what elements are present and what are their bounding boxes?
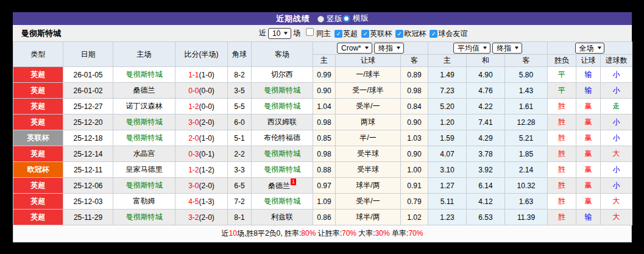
cell-ah-line: 受半球 bbox=[336, 162, 401, 178]
filter-label: 英联杯 bbox=[370, 29, 392, 38]
sub-ah-line: 让球 bbox=[336, 55, 401, 67]
filter-checkbox-球会友谊[interactable]: ✓ bbox=[430, 30, 437, 38]
filter-label: 球会友谊 bbox=[438, 29, 467, 38]
cell-score: 3-2(2-0) bbox=[175, 210, 228, 225]
recent-count-select[interactable]: 10 ▼ bbox=[268, 28, 291, 39]
europe-odds-source-select[interactable]: 平均值 ▼ bbox=[453, 43, 490, 54]
cell-result: 胜 bbox=[548, 99, 576, 115]
header-home: 主场 bbox=[113, 42, 175, 67]
sub-ah-result: 让球 bbox=[576, 55, 601, 67]
cell-away-team: 桑德兰1 bbox=[252, 178, 313, 194]
cell-eu-draw: 3.78 bbox=[467, 146, 505, 162]
radio-icon bbox=[317, 16, 324, 23]
score-fulltime: 3-0 bbox=[188, 118, 199, 127]
toolbar: 曼彻斯特城 近 10 ▼ 场 同主✓英超✓英联杯✓欧冠杯✓球会友谊 bbox=[13, 25, 632, 41]
layout-radio-vertical[interactable]: 竖版 bbox=[317, 13, 342, 24]
cell-eu-home: 5.20 bbox=[428, 99, 467, 115]
cell-ah-result: 赢 bbox=[576, 130, 601, 146]
table-row: 欧冠杯25-12-11皇家马德里1-2(1-2)3-3曼彻斯特城0.88受半球1… bbox=[13, 162, 632, 178]
cell-score: 2-0(1-0) bbox=[175, 130, 228, 146]
cell-eu-away: 12.28 bbox=[505, 115, 548, 130]
cell-ah-result: 赢 bbox=[576, 194, 601, 210]
cell-goals: 小 bbox=[601, 130, 632, 146]
cell-eu-draw: 4.29 bbox=[467, 130, 505, 146]
title-bar: 近期战绩 竖版横版 bbox=[13, 12, 632, 25]
cell-type-badge: 英联杯 bbox=[13, 130, 63, 146]
cell-away-team: 西汉姆联 bbox=[252, 115, 313, 130]
cell-result: 胜 bbox=[548, 210, 576, 225]
sub-ah-away: 客 bbox=[401, 55, 428, 67]
cell-ah-result: 赢 bbox=[576, 146, 601, 162]
results-table: 类型 日期 主场 比分(半场) 角球 客场 Crow* ▼ 终指 ▼ bbox=[13, 41, 632, 225]
header-away: 客场 bbox=[252, 42, 313, 67]
cell-corner: 8-1 bbox=[228, 210, 252, 225]
score-fulltime: 0-3 bbox=[188, 150, 199, 158]
cell-eu-draw: 4.22 bbox=[467, 99, 505, 115]
cell-goals: 小 bbox=[601, 115, 632, 130]
cell-type-badge: 英超 bbox=[13, 178, 63, 194]
score-halftime: (1-0) bbox=[199, 134, 214, 143]
cell-score: 1-1(1-0) bbox=[175, 67, 228, 83]
cell-home-team: 曼彻斯特城 bbox=[113, 178, 175, 194]
cell-ah-away: 0.98 bbox=[401, 83, 428, 99]
asian-odds-time-select[interactable]: 终指 ▼ bbox=[374, 43, 404, 54]
score-fulltime: 0-0 bbox=[188, 86, 199, 95]
cell-ah-home: 0.98 bbox=[313, 115, 336, 130]
score-halftime: (2-0) bbox=[199, 182, 214, 190]
cell-type-badge: 欧冠杯 bbox=[13, 162, 63, 178]
summary-label: 大率: bbox=[356, 229, 375, 238]
cell-ah-home: 0.99 bbox=[313, 67, 336, 83]
score-halftime: (1-0) bbox=[199, 71, 214, 79]
europe-odds-time-value: 终指 bbox=[497, 44, 511, 52]
cell-eu-away: 2.14 bbox=[505, 162, 548, 178]
radio-icon bbox=[342, 15, 350, 23]
score-halftime: (2-0) bbox=[199, 118, 214, 127]
cell-date: 25-12-11 bbox=[63, 162, 113, 178]
cell-eu-draw: 4.90 bbox=[467, 67, 505, 83]
cell-away-team: 布伦特福德 bbox=[252, 130, 313, 146]
filter-checkbox-英联杯[interactable]: ✓ bbox=[361, 30, 369, 38]
result-group-header: 全场 ▼ bbox=[548, 42, 632, 55]
summary-value: 10 bbox=[229, 229, 237, 238]
chevron-down-icon: ▼ bbox=[514, 44, 520, 52]
cell-eu-home: 1.49 bbox=[428, 67, 467, 83]
filter-checkbox-欧冠杯[interactable]: ✓ bbox=[395, 30, 403, 38]
cell-away-team: 曼彻斯特城 bbox=[252, 194, 313, 210]
cell-ah-line: 半/一 bbox=[336, 130, 401, 146]
cell-goals: 大 bbox=[601, 210, 632, 225]
cell-home-team: 富勒姆 bbox=[113, 194, 175, 210]
cell-ah-home: 1.04 bbox=[313, 99, 336, 115]
filter-checkbox-同主[interactable] bbox=[306, 28, 314, 36]
chevron-down-icon: ▼ bbox=[395, 44, 402, 52]
europe-odds-time-select[interactable]: 终指 ▼ bbox=[492, 43, 522, 54]
scope-select[interactable]: 全场 ▼ bbox=[575, 43, 605, 54]
cell-result: 胜 bbox=[548, 130, 576, 146]
header-corner: 角球 bbox=[228, 42, 252, 67]
cell-ah-away: 1.00 bbox=[401, 162, 428, 178]
cell-ah-result: 赢 bbox=[576, 99, 601, 115]
cell-ah-result: 输 bbox=[576, 210, 601, 225]
summary-label: 近 bbox=[222, 229, 229, 238]
bookmaker-select[interactable]: Crow* ▼ bbox=[337, 43, 372, 54]
cell-ah-away: 0.90 bbox=[401, 115, 428, 130]
cell-type-badge: 英超 bbox=[13, 194, 63, 210]
cell-type-badge: 英超 bbox=[13, 146, 63, 162]
layout-radio-horizontal[interactable]: 横版 bbox=[342, 13, 369, 24]
cell-eu-home: 3.10 bbox=[428, 162, 467, 178]
cell-ah-line: 球半/两 bbox=[336, 178, 401, 194]
cell-ah-line: 一/球半 bbox=[336, 67, 401, 83]
cell-away-team: 曼彻斯特城 bbox=[252, 162, 313, 178]
score-fulltime: 3-2 bbox=[188, 213, 199, 222]
cell-date: 25-12-18 bbox=[63, 130, 113, 146]
recent-results-panel: 近期战绩 竖版横版 曼彻斯特城 近 10 ▼ 场 同主✓英超✓英联杯✓欧冠杯✓球… bbox=[13, 12, 632, 242]
cell-score: 3-0(2-0) bbox=[175, 115, 228, 130]
sub-ah-home: 主 bbox=[313, 55, 336, 67]
cell-away-team: 曼彻斯特城 bbox=[252, 83, 313, 99]
asian-odds-time-value: 终指 bbox=[378, 44, 393, 52]
header-row-groups: 类型 日期 主场 比分(半场) 角球 客场 Crow* ▼ 终指 ▼ bbox=[13, 42, 632, 55]
cell-home-team: 水晶宫 bbox=[113, 146, 175, 162]
sub-eu-home: 主 bbox=[428, 55, 467, 67]
cell-ah-result: 赢 bbox=[576, 162, 601, 178]
filter-checkbox-英超[interactable]: ✓ bbox=[334, 30, 342, 38]
cell-ah-line: 受半/一 bbox=[336, 99, 401, 115]
